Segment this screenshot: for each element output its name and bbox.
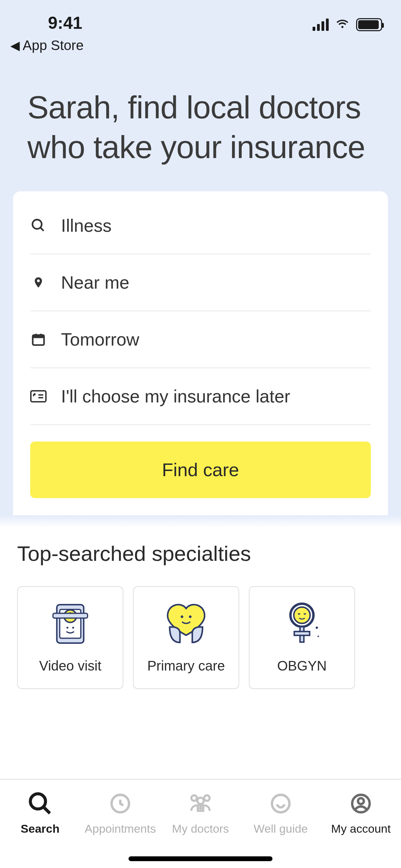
video-visit-icon: [45, 597, 96, 649]
status-bar: 9:41: [0, 0, 401, 34]
tab-label: Appointments: [85, 822, 156, 835]
svg-point-14: [66, 627, 69, 629]
svg-rect-3: [33, 335, 44, 338]
hero: Sarah, find local doctors who take your …: [0, 63, 401, 191]
location-pin-icon: [30, 275, 47, 290]
svg-point-18: [189, 615, 192, 618]
search-location-field[interactable]: Near me: [30, 254, 371, 311]
svg-point-15: [72, 627, 74, 629]
svg-point-20: [294, 607, 310, 623]
svg-point-28: [197, 798, 204, 804]
svg-line-1: [40, 227, 44, 231]
svg-point-29: [272, 795, 290, 812]
primary-care-icon: [160, 597, 212, 649]
search-icon: [30, 218, 47, 233]
doctors-icon: [187, 790, 214, 817]
find-care-button[interactable]: Find care: [30, 442, 371, 498]
svg-line-24: [44, 807, 50, 813]
svg-point-26: [191, 795, 197, 801]
tab-appointments[interactable]: Appointments: [80, 780, 160, 868]
tab-my-account[interactable]: My account: [321, 780, 401, 868]
insurance-card-icon: [30, 390, 47, 403]
date-value: Tomorrow: [61, 329, 139, 350]
wifi-icon: [335, 16, 350, 33]
specialty-card-video-visit[interactable]: Video visit: [17, 586, 123, 689]
status-indicators: [313, 16, 382, 33]
svg-rect-16: [53, 613, 88, 618]
hero-title: Sarah, find local doctors who take your …: [27, 87, 374, 167]
svg-point-17: [181, 615, 183, 618]
smile-icon: [267, 790, 294, 817]
tab-search[interactable]: Search: [0, 780, 80, 868]
tab-label: My doctors: [172, 822, 229, 835]
specialty-cards: Video visit Primary care: [17, 586, 384, 689]
clock-icon: [107, 790, 134, 817]
tab-bar: Search Appointments My doctors Well guid…: [0, 779, 401, 868]
svg-point-23: [31, 794, 46, 809]
insurance-value: I'll choose my insurance later: [61, 386, 290, 407]
tab-label: Well guide: [254, 822, 308, 835]
specialty-card-obgyn[interactable]: OBGYN: [249, 586, 355, 689]
tab-label: My account: [331, 822, 391, 835]
battery-icon: [356, 18, 382, 31]
card-label: Primary care: [147, 658, 225, 674]
card-label: Video visit: [39, 658, 101, 674]
top-searched-heading: Top-searched specialties: [17, 541, 384, 566]
back-label: App Store: [23, 38, 84, 53]
svg-point-31: [358, 798, 364, 804]
calendar-icon: [30, 332, 47, 347]
obgyn-icon: [276, 597, 328, 649]
location-value: Near me: [61, 272, 129, 293]
search-tab-icon: [26, 790, 54, 817]
svg-point-27: [204, 795, 210, 801]
back-caret-icon: ◀: [10, 38, 20, 53]
tab-label: Search: [21, 822, 59, 835]
svg-rect-22: [294, 631, 310, 635]
svg-point-0: [33, 219, 42, 229]
search-date-field[interactable]: Tomorrow: [30, 311, 371, 368]
condition-value: Illness: [61, 215, 111, 236]
search-card: Illness Near me Tomorrow I'll choose my …: [13, 191, 388, 515]
home-indicator[interactable]: [129, 856, 272, 861]
status-time: 9:41: [19, 13, 82, 33]
card-label: OBGYN: [277, 658, 327, 674]
cellular-icon: [313, 19, 329, 31]
tab-my-doctors[interactable]: My doctors: [160, 780, 241, 868]
specialty-card-primary-care[interactable]: Primary care: [133, 586, 239, 689]
search-insurance-field[interactable]: I'll choose my insurance later: [30, 368, 371, 425]
back-to-app-store[interactable]: ◀ App Store: [0, 34, 401, 63]
account-icon: [347, 790, 375, 817]
tab-well-guide[interactable]: Well guide: [241, 780, 321, 868]
search-condition-field[interactable]: Illness: [30, 205, 371, 254]
top-searched-section: Top-searched specialties Video visit: [0, 528, 401, 779]
